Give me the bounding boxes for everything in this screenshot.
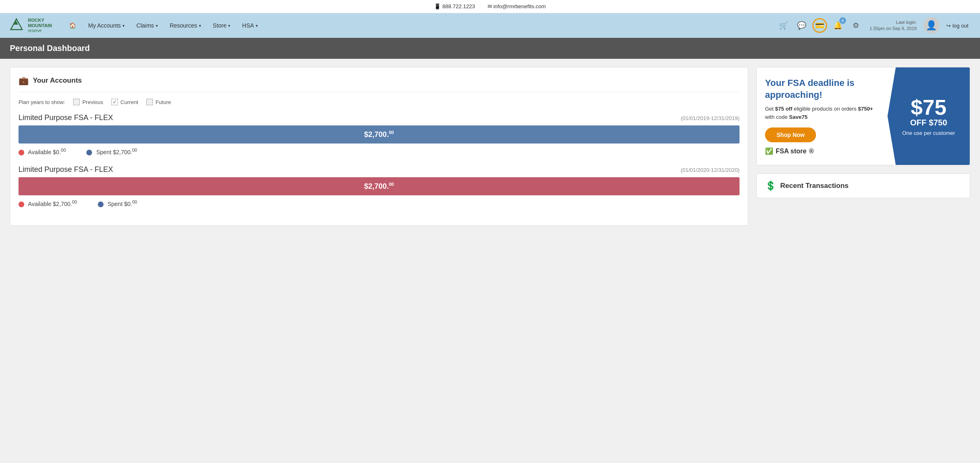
balance-bar-2[interactable]: $2,700.00 [18, 177, 740, 195]
nav-item-my-accounts[interactable]: My Accounts ▾ [83, 19, 129, 32]
nav-label-my-accounts: My Accounts [88, 22, 120, 29]
nav-label-hsa: HSA [242, 22, 254, 29]
transactions-icon: 💲 [765, 181, 776, 191]
balance-sup-2: 00 [389, 182, 394, 187]
logout-label: log out [952, 23, 968, 29]
email-address: ✉ info@rmrbenefits.com [488, 3, 546, 9]
fsa-promo-text: Get $75 off eligible products on orders … [765, 105, 879, 121]
card-button[interactable]: 💳 [812, 18, 827, 33]
filter-current[interactable]: Current [111, 99, 138, 105]
fsa-promo-right: $75 OFF $750 One use per customer [888, 67, 970, 165]
chevron-down-icon: ▾ [122, 23, 125, 28]
transactions-title: Recent Transactions [780, 182, 848, 190]
balance-details-1: Available $0.00 Spent $2,700.00 [18, 148, 740, 155]
account-name-1: Limited Purpose FSA - FLEX [18, 113, 113, 122]
toolbar-icons: 🛒 💬 💳 🔔 4 ⚙ Last login: 1.55pm on Sep 9,… [776, 17, 972, 34]
shop-now-button[interactable]: Shop Now [765, 127, 816, 142]
last-login-label: Last login: [896, 20, 917, 25]
notifications-button[interactable]: 🔔 4 [830, 18, 845, 33]
fsa-check-icon: ✅ [765, 147, 773, 155]
spent-amount-2: $0 [124, 201, 131, 207]
filter-current-label: Current [120, 99, 138, 105]
nav-item-resources[interactable]: Resources ▾ [165, 19, 206, 32]
main-content: 💼 Your Accounts Plan years to show: Prev… [0, 59, 980, 234]
logout-arrow-icon: ↪ [946, 23, 951, 29]
nav-bar: ROCKY MOUNTAIN reserve 🏠 My Accounts ▾ C… [0, 13, 980, 38]
chat-icon: 💬 [797, 21, 806, 30]
nav-home[interactable]: 🏠 [64, 19, 81, 32]
recent-transactions-panel: 💲 Recent Transactions [756, 174, 970, 198]
filter-future[interactable]: Future [146, 99, 171, 105]
nav-item-store[interactable]: Store ▾ [208, 19, 235, 32]
card-icon: 💳 [815, 21, 824, 30]
balance-amount-1: $2,700.00 [364, 130, 394, 139]
logo-text: ROCKY MOUNTAIN reserve [28, 18, 52, 33]
dot-available-1 [18, 150, 24, 155]
checkbox-current[interactable] [111, 99, 118, 105]
account-dates-1: (01/01/2019-12/31/2019) [681, 115, 740, 121]
fsa-store-name: FSA store [776, 148, 807, 155]
notification-badge: 4 [839, 17, 846, 24]
spent-1: Spent $2,700.00 [86, 148, 137, 155]
chevron-down-icon: ▾ [199, 23, 201, 28]
nav-item-hsa[interactable]: HSA ▾ [237, 19, 263, 32]
phone-number: 📱 888.722.1223 [434, 3, 475, 9]
available-1: Available $0.00 [18, 148, 66, 155]
available-sup-1: 00 [61, 148, 66, 153]
transactions-header: 💲 Recent Transactions [765, 181, 962, 191]
checkbox-previous[interactable] [73, 99, 80, 105]
balance-details-2: Available $2,700.00 Spent $0.00 [18, 199, 740, 207]
avatar-icon: 👤 [926, 20, 937, 31]
accounts-panel-header: 💼 Your Accounts [18, 76, 740, 92]
chevron-down-icon: ▾ [256, 23, 258, 28]
chevron-down-icon: ▾ [156, 23, 158, 28]
dot-spent-1 [86, 150, 92, 155]
accounts-panel-title: Your Accounts [33, 76, 82, 85]
nav-links: 🏠 My Accounts ▾ Claims ▾ Resources ▾ Sto… [64, 19, 776, 32]
balance-bar-1[interactable]: $2,700.00 [18, 125, 740, 144]
home-icon: 🏠 [69, 22, 76, 29]
available-amount-2: $2,700 [53, 201, 71, 207]
fsa-fine-print: One use per customer [902, 130, 955, 136]
dot-spent-2 [98, 201, 104, 207]
balance-amount-2: $2,700.00 [364, 182, 394, 191]
nav-item-claims[interactable]: Claims ▾ [132, 19, 163, 32]
nav-label-resources: Resources [170, 22, 197, 29]
logo: ROCKY MOUNTAIN reserve [8, 17, 52, 34]
contact-bar: 📱 888.722.1223 ✉ info@rmrbenefits.com [0, 0, 980, 13]
logo-icon [8, 17, 25, 34]
available-2: Available $2,700.00 [18, 199, 77, 207]
checkbox-future[interactable] [146, 99, 153, 105]
page-title: Personal Dashboard [10, 44, 90, 53]
spent-sup-2: 00 [132, 199, 137, 204]
last-login-value: 1.55pm on Sep 9, 2019 [870, 26, 917, 31]
chevron-down-icon: ▾ [228, 23, 230, 28]
gear-icon: ⚙ [853, 21, 859, 30]
filter-future-label: Future [155, 99, 171, 105]
fsa-off-label: OFF $750 [910, 118, 947, 127]
balance-sup-1: 00 [389, 130, 394, 135]
balance-total-2: $2,700 [364, 182, 387, 190]
fsa-promo-left: Your FSA deadline is approaching! Get $7… [757, 67, 888, 165]
nav-label-store: Store [213, 22, 227, 29]
cart-button[interactable]: 🛒 [776, 18, 791, 33]
spent-sup-1: 00 [132, 148, 137, 153]
last-login-info: Last login: 1.55pm on Sep 9, 2019 [870, 19, 917, 32]
logout-button[interactable]: ↪ log out [943, 21, 972, 30]
fsa-discount-amount: $75 [911, 97, 947, 118]
avatar[interactable]: 👤 [923, 17, 940, 34]
settings-button[interactable]: ⚙ [848, 18, 863, 33]
filter-previous-label: Previous [82, 99, 103, 105]
available-sup-2: 00 [72, 199, 77, 204]
nav-label-claims: Claims [136, 22, 154, 29]
available-amount-1: $0 [53, 149, 60, 155]
dot-available-2 [18, 201, 24, 207]
filter-previous[interactable]: Previous [73, 99, 103, 105]
fsa-promo-banner: Your FSA deadline is approaching! Get $7… [756, 67, 970, 165]
plan-years-filter: Plan years to show: Previous Current Fut… [18, 99, 740, 105]
balance-total-1: $2,700 [364, 130, 387, 139]
chat-button[interactable]: 💬 [794, 18, 809, 33]
cart-icon: 🛒 [779, 21, 788, 30]
spent-2: Spent $0.00 [98, 199, 137, 207]
fsa-promo-title: Your FSA deadline is approaching! [765, 77, 879, 101]
